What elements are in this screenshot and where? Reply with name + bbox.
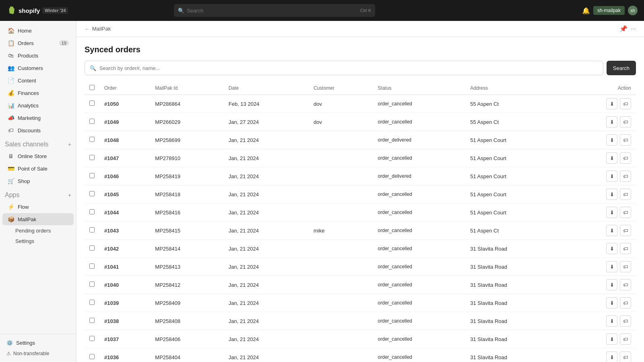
row-status: order_cancelled <box>373 204 466 222</box>
shop-icon: 🛒 <box>7 177 14 185</box>
download-button[interactable]: ⬇ <box>606 171 617 182</box>
label-button[interactable]: 🏷 <box>620 279 631 290</box>
sidebar-item-discounts[interactable]: 🏷 Discounts <box>2 124 74 136</box>
download-button[interactable]: ⬇ <box>606 297 617 309</box>
sales-channels-expand[interactable]: + <box>68 141 71 148</box>
sidebar-sub-pending-orders[interactable]: Pending orders <box>2 226 74 236</box>
row-order[interactable]: #1036 <box>99 348 150 362</box>
sidebar-item-online-store[interactable]: 🖥 Online Store <box>2 150 74 162</box>
row-checkbox[interactable] <box>89 263 95 269</box>
pin-icon[interactable]: 📌 <box>619 25 627 33</box>
row-order[interactable]: #1046 <box>99 167 150 185</box>
order-search-input[interactable] <box>99 65 598 71</box>
row-order[interactable]: #1038 <box>99 312 150 330</box>
row-checkbox[interactable] <box>89 318 95 323</box>
label-button[interactable]: 🏷 <box>620 352 631 362</box>
download-button[interactable]: ⬇ <box>606 207 617 218</box>
download-button[interactable]: ⬇ <box>606 333 617 345</box>
customers-icon: 👥 <box>7 64 14 72</box>
label-button[interactable]: 🏷 <box>620 315 631 327</box>
row-checkbox[interactable] <box>89 245 95 251</box>
row-checkbox[interactable] <box>89 155 95 160</box>
row-order[interactable]: #1037 <box>99 330 150 348</box>
row-order[interactable]: #1050 <box>99 95 150 113</box>
notifications-icon[interactable]: 🔔 <box>582 7 590 14</box>
row-order[interactable]: #1042 <box>99 240 150 258</box>
sidebar-item-content[interactable]: 📄 Content <box>2 74 74 86</box>
row-checkbox[interactable] <box>89 300 95 305</box>
row-checkbox[interactable] <box>89 119 95 124</box>
download-button[interactable]: ⬇ <box>606 152 617 164</box>
breadcrumb-parent[interactable]: MailPak <box>92 26 111 32</box>
download-button[interactable]: ⬇ <box>606 261 617 272</box>
download-button[interactable]: ⬇ <box>606 243 617 254</box>
sidebar-item-orders[interactable]: 📋 Orders 19 <box>2 37 74 49</box>
row-status: order_cancelled <box>373 348 466 362</box>
row-order[interactable]: #1047 <box>99 149 150 167</box>
download-button[interactable]: ⬇ <box>606 98 617 109</box>
sidebar-item-products[interactable]: 🛍 Products <box>2 49 74 62</box>
label-button[interactable]: 🏷 <box>620 98 631 109</box>
download-button[interactable]: ⬇ <box>606 134 617 146</box>
row-checkbox[interactable] <box>89 227 95 232</box>
row-checkbox[interactable] <box>89 336 95 341</box>
row-order[interactable]: #1040 <box>99 276 150 294</box>
avatar[interactable]: sh <box>628 6 638 15</box>
sidebar-sub-settings[interactable]: Settings <box>2 236 74 246</box>
row-order[interactable]: #1049 <box>99 113 150 131</box>
row-order[interactable]: #1043 <box>99 222 150 240</box>
row-order[interactable]: #1045 <box>99 185 150 204</box>
row-order[interactable]: #1044 <box>99 204 150 222</box>
download-button[interactable]: ⬇ <box>606 279 617 290</box>
sidebar-item-point-of-sale[interactable]: 💳 Point of Sale <box>2 162 74 175</box>
row-order[interactable]: #1039 <box>99 294 150 312</box>
download-button[interactable]: ⬇ <box>606 116 617 128</box>
select-all-checkbox[interactable] <box>89 85 95 90</box>
apps-expand[interactable]: + <box>68 192 71 198</box>
row-customer <box>309 258 373 276</box>
row-checkbox[interactable] <box>89 191 95 196</box>
sidebar-item-finances[interactable]: 💰 Finances <box>2 87 74 99</box>
download-button[interactable]: ⬇ <box>606 225 617 236</box>
label-button[interactable]: 🏷 <box>620 152 631 164</box>
sidebar-item-flow[interactable]: ⚡ Flow <box>2 201 74 213</box>
row-actions: ⬇ 🏷 <box>563 258 636 276</box>
search-input[interactable] <box>187 8 358 14</box>
sidebar-item-customers[interactable]: 👥 Customers <box>2 62 74 74</box>
row-checkbox[interactable] <box>89 354 95 359</box>
label-button[interactable]: 🏷 <box>620 225 631 236</box>
label-button[interactable]: 🏷 <box>620 333 631 345</box>
label-button[interactable]: 🏷 <box>620 116 631 128</box>
row-checkbox[interactable] <box>89 137 95 142</box>
download-button[interactable]: ⬇ <box>606 315 617 327</box>
row-checkbox[interactable] <box>89 101 95 106</box>
global-search[interactable]: 🔍 Ctrl K <box>174 4 375 17</box>
download-button[interactable]: ⬇ <box>606 352 617 362</box>
label-button[interactable]: 🏷 <box>620 243 631 254</box>
sidebar-settings[interactable]: ⚙️ Settings <box>3 337 73 348</box>
sidebar-item-mailpak[interactable]: 📦 MailPak <box>2 213 74 225</box>
row-checkbox-col <box>85 222 99 240</box>
label-button[interactable]: 🏷 <box>620 189 631 200</box>
table-row: #1050 MP286864 Feb, 13 2024 dov order_ca… <box>85 95 636 113</box>
row-order[interactable]: #1041 <box>99 258 150 276</box>
search-button[interactable]: Search <box>607 61 636 75</box>
sidebar-item-home[interactable]: 🏠 Home <box>2 25 74 37</box>
sidebar-item-shop[interactable]: 🛒 Shop <box>2 175 74 187</box>
row-checkbox[interactable] <box>89 209 95 214</box>
label-button[interactable]: 🏷 <box>620 134 631 146</box>
row-checkbox[interactable] <box>89 173 95 178</box>
row-address: 31 Slavita Road <box>465 312 563 330</box>
sidebar-item-marketing[interactable]: 📣 Marketing <box>2 112 74 124</box>
label-button[interactable]: 🏷 <box>620 207 631 218</box>
label-button[interactable]: 🏷 <box>620 171 631 182</box>
label-button[interactable]: 🏷 <box>620 297 631 309</box>
user-menu[interactable]: sh-mailpak <box>593 6 625 15</box>
more-actions-icon[interactable]: ··· <box>631 25 636 33</box>
sidebar-item-analytics[interactable]: 📊 Analytics <box>2 99 74 111</box>
download-button[interactable]: ⬇ <box>606 189 617 200</box>
row-order[interactable]: #1048 <box>99 131 150 149</box>
brand-logo[interactable]: shopify Winter '24 <box>6 6 68 15</box>
row-checkbox[interactable] <box>89 282 95 287</box>
label-button[interactable]: 🏷 <box>620 261 631 272</box>
